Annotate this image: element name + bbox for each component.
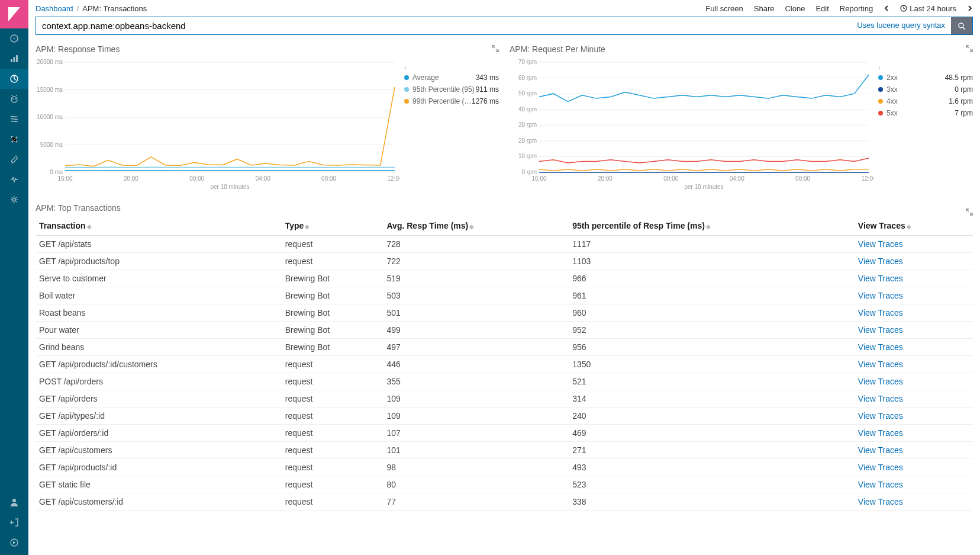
legend-item[interactable]: 2xx48.5 rpm [878,72,973,84]
legend-response: › Average343 ms95th Percentile (95)911 m… [404,57,499,194]
nav-devtools-icon[interactable] [0,149,28,169]
th-traces[interactable]: View Traces◆ [855,216,973,236]
legend-collapse-icon[interactable]: › [404,63,497,72]
kibana-logo[interactable] [0,0,28,28]
edit-button[interactable]: Edit [815,4,829,13]
th-type[interactable]: Type◆ [282,216,383,236]
cell-type: request [282,356,383,373]
share-button[interactable]: Share [754,4,775,13]
nav-timelion-icon[interactable] [0,89,28,109]
view-traces-link[interactable]: View Traces [858,394,903,403]
view-traces-link[interactable]: View Traces [858,239,903,249]
legend-item[interactable]: Average343 ms [404,72,499,84]
nav-discover-icon[interactable] [0,28,28,49]
nav-apm-icon[interactable] [0,109,28,129]
cell-type: Brewing Bot [282,270,383,287]
view-traces-link[interactable]: View Traces [858,291,903,300]
view-traces-link[interactable]: View Traces [858,342,903,352]
cell-p95: 523 [569,476,855,493]
table-row: GET /api/products/toprequest7221103View … [36,253,973,270]
view-traces-link[interactable]: View Traces [858,497,903,506]
legend-value: 1.6 rpm [949,97,973,105]
clone-button[interactable]: Clone [785,4,805,13]
svg-text:30 rpm: 30 rpm [518,121,537,128]
query-input[interactable] [36,17,851,34]
view-traces-link[interactable]: View Traces [858,325,903,335]
legend-dot-icon [878,87,883,92]
view-traces-link[interactable]: View Traces [858,411,903,421]
view-traces-link[interactable]: View Traces [858,360,903,369]
table-row: Pour waterBrewing Bot499952View Traces [36,322,973,339]
panel-title: APM: Response Times [36,44,499,54]
nav-logout-icon[interactable] [0,512,28,532]
view-traces-link[interactable]: View Traces [858,256,903,266]
cell-transaction: GET /api/orders/:id [36,425,282,442]
expand-icon[interactable] [492,44,499,54]
cell-type: request [282,476,383,493]
cell-p95: 493 [569,459,855,476]
view-traces-link[interactable]: View Traces [858,274,903,283]
table-row: GET static filerequest80523View Traces [36,476,973,493]
th-transaction[interactable]: Transaction◆ [36,216,282,236]
view-traces-link[interactable]: View Traces [858,480,903,489]
main-area: Dashboard / APM: Transactions Full scree… [28,0,980,555]
reporting-button[interactable]: Reporting [840,4,873,13]
cell-avg: 109 [383,408,569,425]
legend-collapse-icon[interactable]: › [878,63,971,72]
search-button[interactable] [951,17,972,34]
table-row: GET /api/orders/:idrequest107469View Tra… [36,425,973,442]
legend-item[interactable]: 95th Percentile (95)911 ms [404,84,499,95]
th-avg[interactable]: Avg. Resp Time (ms)◆ [383,216,569,236]
time-range-button[interactable]: Last 24 hours [900,4,956,13]
table-row: Roast beansBrewing Bot501960View Traces [36,304,973,322]
nav-monitoring-icon[interactable] [0,169,28,190]
legend-item[interactable]: 4xx1.6 rpm [878,95,973,107]
svg-text:20000 ms: 20000 ms [37,59,63,65]
chart-response: 0 ms5000 ms10000 ms15000 ms20000 ms16:00… [36,57,399,194]
cell-type: Brewing Bot [282,287,383,304]
nav-management-icon[interactable] [0,190,28,210]
svg-text:20:00: 20:00 [598,175,612,182]
view-traces-link[interactable]: View Traces [858,428,903,438]
nav-dashboard-icon[interactable] [0,69,28,89]
svg-text:10 rpm: 10 rpm [518,153,537,159]
cell-type: request [282,236,383,253]
view-traces-link[interactable]: View Traces [858,445,903,455]
cell-transaction: GET /api/customers [36,442,282,459]
svg-rect-2 [14,57,15,62]
view-traces-link[interactable]: View Traces [858,463,903,472]
legend-item[interactable]: 99th Percentile (99)1276 ms [404,95,499,107]
svg-text:10000 ms: 10000 ms [37,114,63,120]
legend-dot-icon [404,87,409,92]
legend-label: 4xx [886,97,949,105]
expand-icon[interactable] [966,44,973,54]
nav-graph-icon[interactable] [0,129,28,149]
breadcrumb-root[interactable]: Dashboard [36,4,73,13]
view-traces-link[interactable]: View Traces [858,377,903,386]
fullscreen-button[interactable]: Full screen [705,4,743,13]
breadcrumb-sep: / [77,4,79,13]
legend-item[interactable]: 5xx7 rpm [878,107,973,119]
svg-point-5 [11,97,17,102]
legend-dot-icon [878,75,883,80]
nav-collapse-icon[interactable] [0,532,28,553]
chart-rpm: 0 rpm10 rpm20 rpm30 rpm40 rpm50 rpm60 rp… [510,57,873,194]
time-prev-button[interactable] [884,5,889,11]
nav-user-icon[interactable] [0,492,28,512]
cell-avg: 107 [383,425,569,442]
nav-visualize-icon[interactable] [0,49,28,69]
search-icon [958,22,966,30]
cell-p95: 952 [569,322,855,339]
cell-p95: 961 [569,287,855,304]
view-traces-link[interactable]: View Traces [858,308,903,317]
cell-avg: 98 [383,459,569,476]
expand-icon[interactable] [966,208,973,217]
time-next-button[interactable] [967,5,973,11]
legend-item[interactable]: 3xx0 rpm [878,84,973,95]
th-p95[interactable]: 95th percentile of Resp Time (ms)◆ [569,216,855,236]
legend-dot-icon [878,111,883,116]
svg-text:50 rpm: 50 rpm [518,90,537,97]
lucene-hint[interactable]: Uses lucene query syntax [851,17,951,34]
svg-text:00:00: 00:00 [663,175,678,182]
cell-transaction: GET /api/products/top [36,253,282,270]
